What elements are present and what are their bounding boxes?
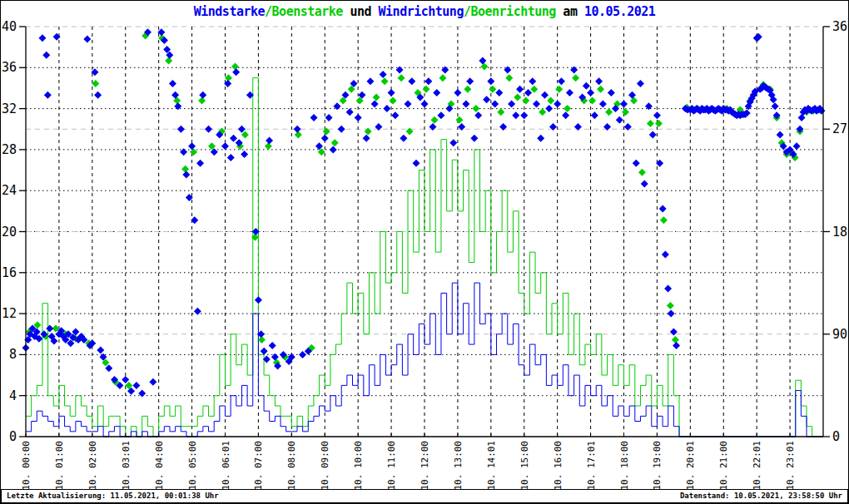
svg-text:10. 21:00: 10. 21:00 — [718, 441, 729, 490]
svg-text:12: 12 — [2, 306, 17, 321]
status-bar: Letzte Aktualisierung: 11.05.2021, 00:01… — [1, 489, 848, 503]
series-windrichtung — [22, 28, 826, 397]
svg-text:10. 04:00: 10. 04:00 — [154, 441, 165, 490]
svg-text:10. 18:00: 10. 18:00 — [619, 441, 630, 490]
svg-text:10. 05:00: 10. 05:00 — [187, 441, 198, 490]
svg-text:10. 23:01: 10. 23:01 — [785, 441, 796, 490]
svg-text:36: 36 — [2, 60, 17, 75]
svg-text:10. 13:00: 10. 13:00 — [453, 441, 464, 490]
page-root: 048121620242832364009018027036010. 00:00… — [0, 0, 849, 504]
svg-text:10. 10:00: 10. 10:00 — [353, 441, 364, 490]
data-state-text: Datenstand: 10.05.2021, 23:58:50 Uhr — [680, 490, 842, 502]
svg-text:10. 11:00: 10. 11:00 — [386, 441, 397, 490]
svg-text:16: 16 — [2, 265, 17, 280]
series-boenstarke — [26, 78, 823, 437]
svg-text:28: 28 — [2, 142, 17, 157]
svg-text:10. 14:01: 10. 14:01 — [486, 441, 497, 490]
svg-text:10. 16:00: 10. 16:00 — [553, 441, 564, 490]
svg-text:10. 03:01: 10. 03:01 — [121, 441, 132, 490]
title-segment-windstarke: Windstarke — [194, 4, 265, 19]
svg-text:270: 270 — [832, 121, 849, 136]
svg-text:24: 24 — [2, 183, 17, 198]
y-axis-left-labels: 0481216202428323640 — [2, 19, 26, 444]
svg-text:4: 4 — [9, 388, 17, 403]
svg-text:10. 08:00: 10. 08:00 — [286, 441, 297, 490]
svg-text:32: 32 — [2, 101, 17, 116]
svg-text:10. 02:00: 10. 02:00 — [87, 441, 98, 490]
title-segment-date: 10.05.2021 — [584, 4, 655, 19]
svg-text:10. 22:01: 10. 22:01 — [752, 441, 762, 490]
svg-text:10. 17:01: 10. 17:01 — [586, 441, 597, 490]
x-axis-labels: 10. 00:0010. 01:0010. 02:0010. 03:0110. … — [21, 433, 796, 490]
title-segment-boenstarke: /Boenstarke — [265, 4, 343, 19]
svg-text:10. 07:00: 10. 07:00 — [253, 441, 264, 490]
svg-text:180: 180 — [832, 225, 849, 240]
svg-text:40: 40 — [2, 19, 17, 34]
svg-text:8: 8 — [9, 347, 17, 362]
svg-text:0: 0 — [832, 429, 840, 444]
svg-text:360: 360 — [832, 19, 849, 34]
svg-text:10. 00:00: 10. 00:00 — [21, 441, 32, 490]
title-segment-am: am — [556, 4, 584, 19]
svg-text:0: 0 — [9, 429, 17, 444]
svg-text:10. 01:00: 10. 01:00 — [54, 441, 65, 490]
svg-text:90: 90 — [832, 327, 847, 342]
svg-text:20: 20 — [2, 225, 17, 240]
chart-title: Windstarke/Boenstarke und Windrichtung/B… — [1, 4, 848, 19]
svg-text:10. 20:01: 10. 20:01 — [685, 441, 696, 490]
svg-text:10. 09:00: 10. 09:00 — [320, 441, 330, 490]
last-update-text: Letzte Aktualisierung: 11.05.2021, 00:01… — [7, 490, 219, 502]
svg-text:10. 19:00: 10. 19:00 — [652, 441, 663, 490]
title-segment-boenrichtung: /Boenrichtung — [464, 4, 556, 19]
y-axis-right-labels: 090180270360 — [823, 19, 849, 444]
svg-text:10. 12:00: 10. 12:00 — [420, 441, 430, 490]
title-segment-und: und — [343, 4, 379, 19]
title-segment-windrichtung: Windrichtung — [379, 4, 464, 19]
wind-chart: 048121620242832364009018027036010. 00:00… — [1, 1, 849, 490]
svg-text:10. 15:00: 10. 15:00 — [519, 441, 530, 490]
svg-text:10. 06:01: 10. 06:01 — [221, 441, 231, 490]
